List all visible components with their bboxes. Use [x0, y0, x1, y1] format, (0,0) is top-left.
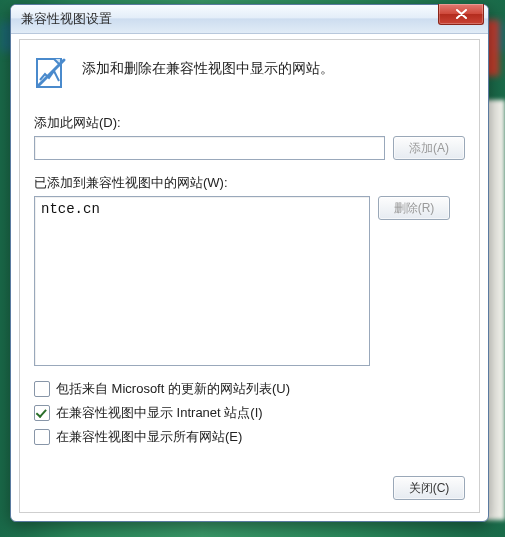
titlebar: 兼容性视图设置 — [11, 5, 488, 34]
intro-row: 添加和删除在兼容性视图中显示的网站。 — [34, 54, 465, 90]
add-button[interactable]: 添加(A) — [393, 136, 465, 160]
checkbox-all-sites[interactable] — [34, 429, 50, 445]
remove-button[interactable]: 删除(R) — [378, 196, 450, 220]
checkbox-intranet-label: 在兼容性视图中显示 Intranet 站点(I) — [56, 404, 263, 422]
window-title: 兼容性视图设置 — [21, 10, 112, 28]
checkbox-all-sites-label: 在兼容性视图中显示所有网站(E) — [56, 428, 242, 446]
checkbox-intranet[interactable] — [34, 405, 50, 421]
compat-view-dialog: 兼容性视图设置 添加和删除在兼容性视图中显示的网站。 添加此网站(D): 添加(… — [10, 4, 489, 522]
add-site-input[interactable] — [34, 136, 385, 160]
intro-text: 添加和删除在兼容性视图中显示的网站。 — [82, 54, 334, 78]
site-list-label: 已添加到兼容性视图中的网站(W): — [34, 174, 465, 192]
compat-page-icon — [34, 56, 68, 90]
close-button[interactable]: 关闭(C) — [393, 476, 465, 500]
list-item[interactable]: ntce.cn — [41, 201, 363, 217]
checkbox-group: 包括来自 Microsoft 的更新的网站列表(U) 在兼容性视图中显示 Int… — [34, 380, 465, 446]
checkbox-ms-list-label: 包括来自 Microsoft 的更新的网站列表(U) — [56, 380, 290, 398]
site-listbox[interactable]: ntce.cn — [34, 196, 370, 366]
add-site-label: 添加此网站(D): — [34, 114, 465, 132]
checkbox-ms-list[interactable] — [34, 381, 50, 397]
dialog-body: 添加和删除在兼容性视图中显示的网站。 添加此网站(D): 添加(A) 已添加到兼… — [19, 39, 480, 513]
close-button-x[interactable] — [438, 4, 484, 25]
close-icon — [456, 9, 467, 19]
